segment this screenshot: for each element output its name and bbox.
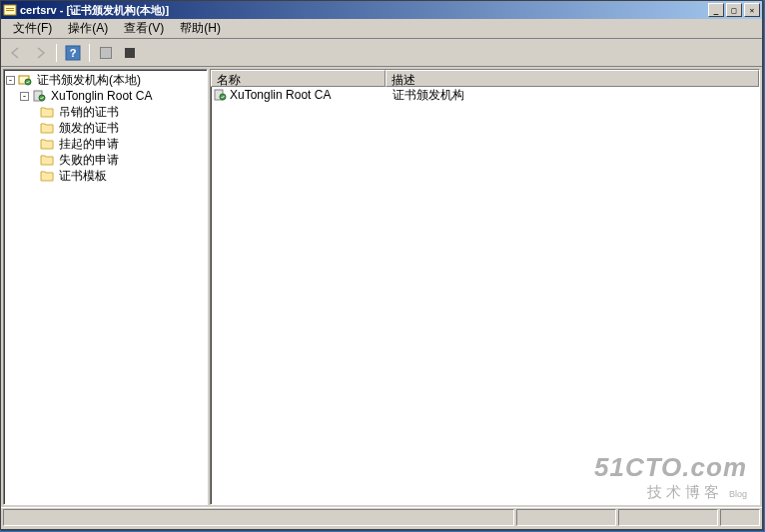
list-cell-name: XuTonglin Root CA bbox=[213, 88, 387, 102]
cert-authority-icon bbox=[18, 73, 32, 87]
ca-server-icon bbox=[32, 89, 46, 103]
toolbar-separator bbox=[56, 44, 57, 62]
collapse-icon[interactable]: - bbox=[20, 92, 29, 101]
menu-help[interactable]: 帮助(H) bbox=[172, 18, 229, 39]
minimize-button[interactable]: _ bbox=[708, 3, 724, 17]
tree-item-label: 吊销的证书 bbox=[57, 104, 121, 121]
list-row[interactable]: XuTonglin Root CA 证书颁发机构 bbox=[211, 87, 759, 103]
folder-icon bbox=[40, 137, 54, 151]
folder-icon bbox=[40, 105, 54, 119]
svg-rect-1 bbox=[6, 8, 14, 9]
tree-panel[interactable]: - 证书颁发机构(本地) - XuTonglin Root CA bbox=[3, 69, 208, 505]
list-panel[interactable]: 名称 描述 XuTonglin Root CA 证书颁发机构 bbox=[210, 69, 760, 505]
tree-root-label: 证书颁发机构(本地) bbox=[35, 72, 143, 89]
toolbar-separator bbox=[89, 44, 90, 62]
window-title: certsrv - [证书颁发机构(本地)] bbox=[20, 3, 706, 18]
list-cell-name-text: XuTonglin Root CA bbox=[230, 88, 331, 102]
tree-item-issued[interactable]: 颁发的证书 bbox=[6, 120, 205, 136]
content-area: - 证书颁发机构(本地) - XuTonglin Root CA bbox=[1, 67, 762, 507]
collapse-icon[interactable]: - bbox=[6, 76, 15, 85]
tree-item-templates[interactable]: 证书模板 bbox=[6, 168, 205, 184]
svg-rect-7 bbox=[125, 48, 135, 58]
folder-icon bbox=[40, 153, 54, 167]
svg-rect-2 bbox=[6, 10, 14, 11]
toolbar: ? bbox=[1, 39, 762, 67]
list-header: 名称 描述 bbox=[211, 70, 759, 87]
folder-icon bbox=[40, 169, 54, 183]
tree-item-revoked[interactable]: 吊销的证书 bbox=[6, 104, 205, 120]
tree-item-failed[interactable]: 失败的申请 bbox=[6, 152, 205, 168]
window-controls: _ □ ✕ bbox=[706, 3, 760, 17]
svg-text:?: ? bbox=[70, 47, 77, 59]
status-pane-2 bbox=[516, 509, 616, 526]
forward-button[interactable] bbox=[29, 42, 51, 64]
tree-item-label: 挂起的申请 bbox=[57, 136, 121, 153]
column-desc[interactable]: 描述 bbox=[385, 70, 759, 87]
menu-view[interactable]: 查看(V) bbox=[116, 18, 172, 39]
tree-item-pending[interactable]: 挂起的申请 bbox=[6, 136, 205, 152]
statusbar bbox=[1, 507, 762, 527]
titlebar[interactable]: certsrv - [证书颁发机构(本地)] _ □ ✕ bbox=[1, 1, 762, 19]
tree-item-label: 颁发的证书 bbox=[57, 120, 121, 137]
tree-item-label: 失败的申请 bbox=[57, 152, 121, 169]
maximize-button[interactable]: □ bbox=[726, 3, 742, 17]
app-window: certsrv - [证书颁发机构(本地)] _ □ ✕ 文件(F) 操作(A)… bbox=[0, 0, 763, 530]
tree-item-label: 证书模板 bbox=[57, 168, 109, 185]
column-name[interactable]: 名称 bbox=[211, 70, 385, 87]
svg-rect-6 bbox=[101, 48, 111, 58]
folder-icon bbox=[40, 121, 54, 135]
status-pane-4 bbox=[720, 509, 760, 526]
status-pane-main bbox=[3, 509, 514, 526]
tree-ca[interactable]: - XuTonglin Root CA bbox=[6, 88, 205, 104]
help-button[interactable]: ? bbox=[62, 42, 84, 64]
export-list-button[interactable] bbox=[95, 42, 117, 64]
ca-server-icon bbox=[213, 88, 227, 102]
menubar: 文件(F) 操作(A) 查看(V) 帮助(H) bbox=[1, 19, 762, 39]
menu-file[interactable]: 文件(F) bbox=[5, 18, 60, 39]
menu-action[interactable]: 操作(A) bbox=[60, 18, 116, 39]
tree-ca-label: XuTonglin Root CA bbox=[49, 89, 154, 103]
list-cell-desc: 证书颁发机构 bbox=[387, 87, 759, 104]
tree: - 证书颁发机构(本地) - XuTonglin Root CA bbox=[4, 70, 207, 186]
refresh-button[interactable] bbox=[119, 42, 141, 64]
tree-root[interactable]: - 证书颁发机构(本地) bbox=[6, 72, 205, 88]
status-pane-3 bbox=[618, 509, 718, 526]
app-icon bbox=[3, 3, 17, 17]
back-button[interactable] bbox=[5, 42, 27, 64]
close-button[interactable]: ✕ bbox=[744, 3, 760, 17]
